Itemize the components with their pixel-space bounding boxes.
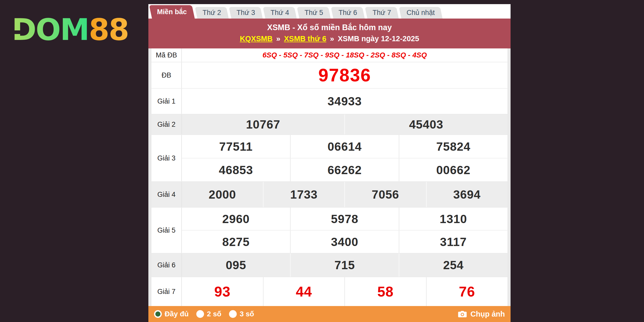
logo-text-green: DOM: [12, 12, 89, 47]
tab-thu-2[interactable]: Thứ 2: [195, 7, 229, 19]
tab-mien-bac[interactable]: Miền bắc: [149, 5, 195, 19]
prize-number: 095: [182, 253, 291, 277]
page: { "logo": { "green_text": "DOM", "orange…: [0, 0, 644, 322]
prize-number: 1310: [399, 208, 507, 230]
option-label: Đầy đủ: [165, 310, 189, 318]
prize-number: 76: [427, 277, 508, 306]
breadcrumb: KQXSMB » XSMB thứ 6 » XSMB ngày 12-12-20…: [148, 33, 511, 45]
xsmb-result-panel: Miền bắc Thứ 2 Thứ 3 Thứ 4 Thứ 5 Thứ 6 T…: [148, 4, 511, 322]
prize-number: 715: [291, 253, 399, 277]
option-label: 3 số: [240, 310, 254, 318]
prize-number: 7056: [345, 182, 427, 207]
prize-number: 58: [345, 277, 427, 306]
radio-icon: [154, 310, 162, 318]
breadcrumb-current: XSMB ngày 12-12-2025: [338, 35, 419, 43]
prize-number: 254: [399, 253, 507, 277]
prize-number: 06614: [291, 135, 399, 158]
prize-number: 46853: [182, 158, 291, 181]
prize-number: 77511: [182, 135, 291, 158]
row-label: Giải 4: [151, 182, 182, 207]
tab-thu-2-label: Thứ 2: [202, 7, 221, 19]
tab-thu-7[interactable]: Thứ 7: [365, 7, 399, 19]
prize-number: 34933: [182, 89, 507, 114]
row-giai-5: Giải 5 2960 5978 1310 8275 3400 3117: [151, 207, 507, 253]
radio-icon: [229, 310, 237, 318]
prize-number: 2960: [182, 208, 291, 230]
breadcrumb-separator: »: [275, 35, 282, 43]
prize-number: 1733: [264, 182, 345, 207]
tab-thu-5[interactable]: Thứ 5: [297, 7, 331, 19]
breadcrumb-link-kqxsmb[interactable]: KQXSMB: [240, 35, 273, 43]
prize-number: 5978: [291, 208, 399, 230]
capture-button[interactable]: Chụp ảnh: [457, 310, 505, 318]
prize-number: 00662: [399, 158, 507, 181]
special-code-value: 6SQ - 5SQ - 7SQ - 9SQ - 18SQ - 2SQ - 8SQ…: [182, 48, 507, 62]
tab-thu-3[interactable]: Thứ 3: [229, 7, 263, 19]
prize-number: 66262: [291, 158, 399, 181]
row-label: Giải 3: [151, 135, 182, 181]
row-label: Giải 2: [151, 114, 182, 134]
prize-number: 97836: [182, 62, 507, 88]
result-header: XSMB - Xổ số miền Bắc hôm nay KQXSMB » X…: [148, 19, 511, 48]
prize-number: 75824: [399, 135, 507, 158]
tab-mien-bac-label: Miền bắc: [157, 5, 187, 19]
page-title: XSMB - Xổ số miền Bắc hôm nay: [148, 22, 511, 33]
row-label: Giải 7: [151, 277, 182, 306]
tab-thu-6[interactable]: Thứ 6: [331, 7, 365, 19]
prize-number: 2000: [182, 182, 264, 207]
tab-thu-5-label: Thứ 5: [304, 7, 323, 19]
option-3-so[interactable]: 3 số: [229, 310, 254, 318]
tab-chu-nhat[interactable]: Chủ nhật: [399, 7, 443, 19]
tab-thu-3-label: Thứ 3: [236, 7, 255, 19]
row-ma-db: Mã ĐB 6SQ - 5SQ - 7SQ - 9SQ - 18SQ - 2SQ…: [151, 48, 507, 62]
tab-thu-7-label: Thứ 7: [372, 7, 391, 19]
prize-number: 3694: [427, 182, 508, 207]
row-giai-1: Giải 1 34933: [151, 88, 507, 114]
row-giai-6: Giải 6 095 715 254: [151, 253, 507, 277]
prize-number: 3117: [399, 231, 507, 253]
tab-thu-4-label: Thứ 4: [270, 7, 289, 19]
capture-label: Chụp ảnh: [470, 310, 505, 318]
prize-number: 8275: [182, 231, 291, 253]
prize-number: 44: [264, 277, 345, 306]
row-giai-3: Giải 3 77511 06614 75824 46853 66262 006…: [151, 134, 507, 181]
breadcrumb-link-day[interactable]: XSMB thứ 6: [284, 35, 326, 43]
prize-number: 10767: [182, 114, 345, 134]
prize-number: 93: [182, 277, 264, 306]
radio-icon: [196, 310, 204, 318]
option-2-so[interactable]: 2 số: [196, 310, 221, 318]
tab-thu-4[interactable]: Thứ 4: [263, 7, 297, 19]
row-label: Mã ĐB: [151, 48, 182, 62]
camera-icon: [457, 310, 467, 318]
row-label: Giải 1: [151, 89, 182, 114]
row-giai-4: Giải 4 2000 1733 7056 3694: [151, 181, 507, 207]
row-label: Giải 6: [151, 253, 182, 277]
option-label: 2 số: [207, 310, 221, 318]
tab-chu-nhat-label: Chủ nhật: [406, 7, 435, 19]
row-label: Giải 5: [151, 208, 182, 253]
prize-number: 3400: [291, 231, 399, 253]
row-label: ĐB: [151, 62, 182, 88]
dom88-logo: DOM88: [12, 13, 129, 46]
day-tab-bar: Miền bắc Thứ 2 Thứ 3 Thứ 4 Thứ 5 Thứ 6 T…: [148, 4, 511, 19]
row-db: ĐB 97836: [151, 62, 507, 88]
view-options-group: Đầy đủ 2 số 3 số: [154, 310, 254, 318]
prize-number: 45403: [345, 114, 507, 134]
view-options-bar: Đầy đủ 2 số 3 số Chụp ảnh: [148, 306, 511, 322]
logo-text-orange: 88: [89, 12, 129, 47]
row-giai-2: Giải 2 10767 45403: [151, 114, 507, 134]
option-day-du[interactable]: Đầy đủ: [154, 310, 189, 318]
breadcrumb-separator: »: [328, 35, 336, 43]
row-giai-7: Giải 7 93 44 58 76: [151, 277, 507, 306]
results-table: Mã ĐB 6SQ - 5SQ - 7SQ - 9SQ - 18SQ - 2SQ…: [148, 48, 511, 306]
tab-thu-6-label: Thứ 6: [338, 7, 357, 19]
logo-notch: [12, 30, 24, 34]
